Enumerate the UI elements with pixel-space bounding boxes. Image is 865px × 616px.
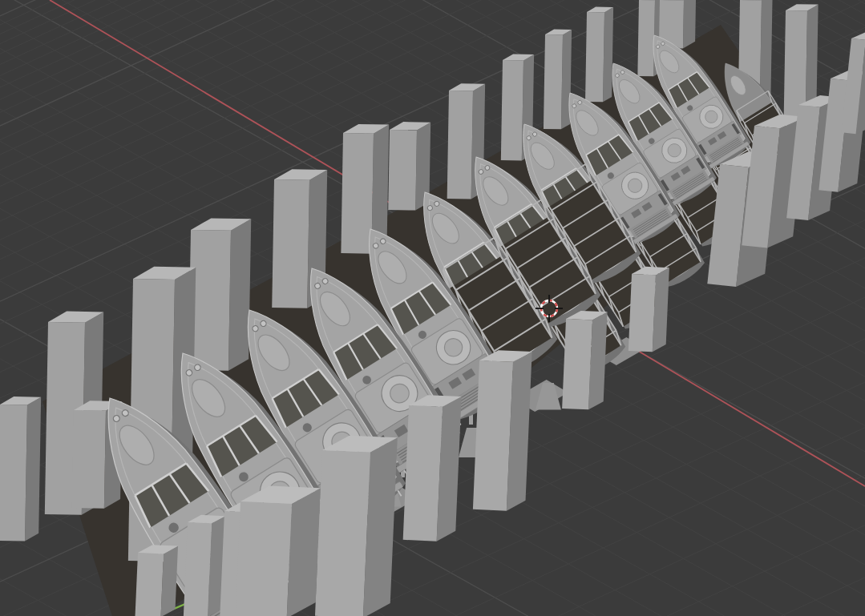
pillar[interactable] (473, 349, 532, 512)
pillar[interactable] (544, 29, 572, 129)
viewport-canvas[interactable] (0, 0, 865, 616)
pillar[interactable] (585, 6, 613, 102)
pillar[interactable] (403, 394, 462, 542)
pillar[interactable] (315, 434, 398, 616)
pillar[interactable] (629, 266, 669, 352)
pillar[interactable] (188, 218, 251, 371)
pillar[interactable] (184, 514, 225, 616)
pillar[interactable] (236, 485, 321, 616)
pillar[interactable] (135, 544, 178, 616)
pillar[interactable] (0, 397, 41, 542)
3d-viewport[interactable] (0, 0, 865, 616)
pillar[interactable] (562, 310, 607, 410)
